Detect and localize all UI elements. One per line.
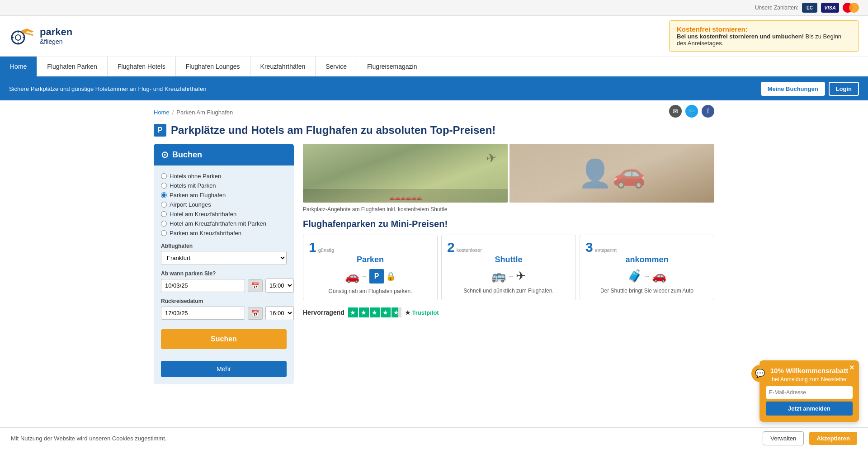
- main-nav: Home Flughafen Parken Flughafen Hotels F…: [0, 57, 868, 77]
- nav-flughafen-hotels[interactable]: Flughafen Hotels: [108, 57, 176, 76]
- star-3: ★: [370, 307, 380, 317]
- promo-strong: Bei uns kostenfrei stornieren und umbuch…: [677, 33, 804, 40]
- arrow-icon-3: →: [644, 273, 650, 280]
- payment-label: Unsere Zahlarten:: [755, 5, 798, 11]
- newsletter-email-input[interactable]: [766, 386, 853, 389]
- radio-hotels-mit[interactable]: Hotels mit Parken: [161, 182, 287, 189]
- date-from-input[interactable]: [161, 279, 245, 292]
- step-2-card: 2 kostenloser Shuttle 🚌 → ✈ Schnell und …: [441, 235, 576, 300]
- hero-img-right: 👤🚗: [509, 144, 714, 203]
- step-2-icons: 🚌 → ✈: [447, 269, 570, 283]
- step-1-desc: Günstig nah am Flughafen parken.: [309, 288, 432, 294]
- breadcrumb-home[interactable]: Home: [154, 109, 170, 116]
- radio-hotels-ohne-input[interactable]: [161, 173, 167, 179]
- popup-chat-icon: 💬: [751, 365, 769, 382]
- star-5: ★: [392, 307, 401, 317]
- nav-flugreisemagazin[interactable]: Flugreisemagazin: [357, 57, 428, 76]
- content-layout: ⊙ Buchen Hotels ohne Parken Hotels mit P…: [154, 144, 714, 384]
- nav-flughafen-lounges[interactable]: Flughafen Lounges: [176, 57, 250, 76]
- info-bar-text: Sichere Parkplätze und günstige Hotelzim…: [9, 85, 206, 92]
- newsletter-popup: ✕ 💬 10% Willkommensrabatt bei Anmeldung …: [760, 360, 859, 389]
- nav-kreuzfahrthafen[interactable]: Kreuzfahrthäfen: [250, 57, 316, 76]
- my-bookings-button[interactable]: Meine Buchungen: [761, 82, 825, 96]
- breadcrumb: Home / Parken Am Flughafen: [154, 109, 233, 116]
- visa-icon: VISA: [821, 3, 839, 13]
- booking-header-title: Buchen: [172, 150, 202, 160]
- radio-hotel-kreuzfahrt-parken-label: Hotel am Kreuzfahrthafen mit Parken: [170, 220, 266, 227]
- step-3-desc: Der Shuttle bringt Sie wieder zum Auto: [585, 288, 708, 294]
- booking-header: ⊙ Buchen: [154, 144, 294, 165]
- booking-panel: ⊙ Buchen Hotels ohne Parken Hotels mit P…: [154, 144, 294, 384]
- right-content: ✈ 🚗🚗🚗🚗🚗🚗 👤🚗 Parkplatz-Angebote am Flugha…: [303, 144, 714, 384]
- calendar-to-button[interactable]: 📅: [248, 307, 263, 320]
- radio-parken-flughafen-label: Parken am Flughafen: [170, 192, 226, 199]
- info-bar-buttons: Meine Buchungen Login: [761, 82, 859, 96]
- plane-icon: ✈: [485, 150, 497, 166]
- logo[interactable]: parken &fliegen: [9, 25, 72, 47]
- nav-home[interactable]: Home: [0, 57, 37, 76]
- hero-caption: Parkplatz-Angebote am Flughafen inkl. ko…: [303, 206, 714, 213]
- lock-icon: 🔒: [386, 271, 396, 281]
- radio-hotels-mit-input[interactable]: [161, 183, 167, 189]
- radio-parken-kreuzfahrt-input[interactable]: [161, 230, 167, 236]
- logo-icon: [9, 25, 36, 47]
- arrow-icon-1: →: [361, 273, 368, 280]
- calendar-from-button[interactable]: 📅: [248, 279, 263, 292]
- popup-title: 10% Willkommensrabatt: [766, 367, 853, 374]
- promo-box: Kostenfrei stornieren: Bei uns kostenfre…: [669, 20, 859, 52]
- booking-body: Hotels ohne Parken Hotels mit Parken Par…: [154, 165, 294, 356]
- svg-point-1: [15, 35, 21, 40]
- promo-title: Kostenfrei stornieren:: [677, 25, 851, 33]
- page-title: Parkplätze und Hotels am Flughafen zu ab…: [171, 124, 495, 137]
- social-share: ✉ 🐦 f: [669, 105, 714, 118]
- radio-parken-kreuzfahrt-label: Parken am Kreuzfahrthafen: [170, 230, 241, 236]
- time-from-select[interactable]: 06:0007:0008:0009:00 10:0011:0012:0013:0…: [265, 279, 294, 293]
- radio-hotels-ohne[interactable]: Hotels ohne Parken: [161, 173, 287, 180]
- plane-step-icon: ✈: [516, 269, 526, 283]
- nav-flughafen-parken[interactable]: Flughafen Parken: [37, 57, 108, 76]
- promo-text: Bei uns kostenfrei stornieren und umbuch…: [677, 33, 851, 47]
- radio-parken-flughafen[interactable]: Parken am Flughafen: [161, 192, 287, 199]
- step-2-label: Shuttle: [447, 255, 570, 265]
- step-1-card: 1 günstig Parken 🚗 → P 🔒 Günstig nah am …: [303, 235, 438, 300]
- trustpilot-row: Hervorragend ★ ★ ★ ★ ★ ★ Trustpilot: [303, 307, 714, 317]
- date-to-group: Rückreisedatum 📅 06:0007:0008:0009:00 10…: [161, 298, 287, 320]
- page-p-icon: P: [154, 124, 166, 137]
- time-to-select[interactable]: 06:0007:0008:0009:00 10:0011:0012:0013:0…: [265, 306, 294, 320]
- hero-person-icon: 👤🚗: [578, 157, 646, 189]
- date-to-input[interactable]: [161, 307, 245, 320]
- bus-icon: 🚌: [491, 269, 506, 283]
- login-button[interactable]: Login: [829, 82, 859, 96]
- share-facebook-button[interactable]: f: [702, 105, 714, 118]
- airport-group: Abflughafen Frankfurt München Berlin Ham…: [161, 243, 287, 265]
- nav-service[interactable]: Service: [316, 57, 357, 76]
- share-email-button[interactable]: ✉: [669, 105, 682, 118]
- popup-close-button[interactable]: ✕: [849, 364, 854, 371]
- radio-hotel-kreuzfahrt-parken[interactable]: Hotel am Kreuzfahrthafen mit Parken: [161, 220, 287, 227]
- step-3-small: entspannt: [595, 247, 617, 253]
- booking-header-icon: ⊙: [161, 149, 169, 160]
- step-2-num: 2: [447, 241, 455, 254]
- radio-hotel-kreuzfahrt-input[interactable]: [161, 211, 167, 217]
- step-1-num: 1: [309, 241, 316, 254]
- popup-subtitle: bei Anmeldung zum Newsletter: [766, 376, 853, 383]
- radio-parken-flughafen-input[interactable]: [161, 192, 167, 198]
- step-2-small: kostenloser: [457, 247, 482, 253]
- top-bar: Unsere Zahlarten: EC VISA: [0, 0, 868, 16]
- radio-parken-kreuzfahrt[interactable]: Parken am Kreuzfahrthafen: [161, 230, 287, 236]
- step-1-label: Parken: [309, 255, 432, 265]
- radio-airport-lounges-input[interactable]: [161, 202, 167, 208]
- radio-airport-lounges[interactable]: Airport Lounges: [161, 201, 287, 208]
- radio-hotel-kreuzfahrt[interactable]: Hotel am Kreuzfahrthafen: [161, 211, 287, 217]
- more-button[interactable]: Mehr: [161, 361, 287, 377]
- airport-select[interactable]: Frankfurt München Berlin Hamburg Düsseld…: [161, 251, 287, 265]
- search-button[interactable]: Suchen: [161, 329, 287, 349]
- share-twitter-button[interactable]: 🐦: [685, 105, 698, 118]
- car-icon: 🚗: [345, 269, 359, 284]
- trustpilot-stars: ★ ★ ★ ★ ★: [348, 307, 401, 317]
- radio-hotels-mit-label: Hotels mit Parken: [170, 182, 216, 189]
- hero-images: ✈ 🚗🚗🚗🚗🚗🚗 👤🚗: [303, 144, 714, 203]
- arrow-icon-2: →: [508, 273, 514, 280]
- radio-hotel-kreuzfahrt-parken-input[interactable]: [161, 221, 167, 227]
- step-3-header: 3 entspannt: [585, 241, 708, 254]
